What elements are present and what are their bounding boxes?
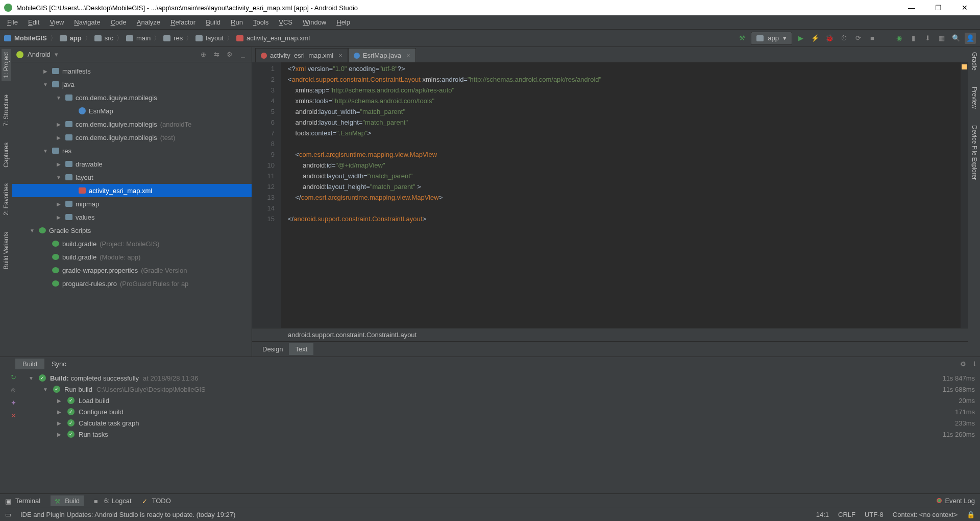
stop-icon[interactable]: ■ — [867, 33, 878, 44]
right-tab-gradle[interactable]: Gradle — [970, 49, 979, 74]
editor-tab[interactable]: EsriMap.java× — [348, 48, 416, 62]
error-stripe[interactable] — [961, 62, 968, 328]
tab-sync[interactable]: Sync — [44, 359, 74, 369]
left-tab-1--project[interactable]: 1: Project — [2, 49, 11, 81]
profiler-icon[interactable]: ⏱ — [838, 33, 849, 44]
tree-node[interactable]: proguard-rules.pro (ProGuard Rules for a… — [12, 277, 252, 290]
tree-node[interactable]: ▶drawable — [12, 157, 252, 171]
right-tab-device-file-explorer[interactable]: Device File Explorer — [970, 122, 979, 183]
breadcrumb-item[interactable]: MobileGIS — [14, 34, 47, 42]
tree-node[interactable]: ▼Gradle Scripts — [12, 224, 252, 237]
tree-node[interactable]: activity_esri_map.xml — [12, 184, 252, 197]
gear-icon[interactable]: ⚙ — [958, 358, 969, 369]
lock-icon[interactable]: 🔒 — [967, 511, 975, 518]
code-editor[interactable]: 123456789101112131415 <?xml version="1.0… — [252, 62, 968, 328]
tab-build[interactable]: Build — [15, 359, 44, 369]
make-project-icon[interactable]: ⚒ — [737, 33, 748, 44]
tree-node[interactable]: ▼com.demo.liguiye.mobilegis — [12, 91, 252, 104]
menu-tools[interactable]: Tools — [249, 17, 273, 27]
chevron-down-icon[interactable]: ▾ — [55, 51, 58, 58]
filter-icon[interactable]: ⎋ — [11, 386, 15, 394]
tab-design[interactable]: Design — [256, 343, 289, 355]
file-encoding[interactable]: UTF-8 — [865, 511, 884, 518]
left-tab-7--structure[interactable]: 7: Structure — [2, 91, 11, 129]
rerun-icon[interactable]: ↻ — [11, 373, 16, 381]
tree-node[interactable]: ▶mipmap — [12, 197, 252, 210]
breadcrumb[interactable]: MobileGIS〉app〉src〉main〉res〉layout〉activi… — [4, 34, 310, 43]
breadcrumb-item[interactable]: layout — [206, 34, 224, 42]
event-log-button[interactable]: Event Log — [937, 497, 975, 505]
close-tab-icon[interactable]: × — [406, 52, 410, 59]
breadcrumb-item[interactable]: main — [136, 34, 151, 42]
tree-node[interactable]: EsriMap — [12, 104, 252, 117]
menu-vcs[interactable]: VCS — [275, 17, 297, 27]
layout-inspector-icon[interactable]: ▦ — [936, 33, 947, 44]
left-tab-build-variants[interactable]: Build Variants — [2, 229, 11, 272]
build-row[interactable]: ▶✓Load build20ms — [29, 395, 975, 406]
menu-build[interactable]: Build — [202, 17, 225, 27]
build-row[interactable]: ▼✓Run build C:\Users\LiGuiye\Desktop\Mob… — [29, 384, 975, 395]
tab-terminal[interactable]: ▣Terminal — [5, 497, 40, 505]
hide-icon[interactable]: ⎯ — [238, 51, 248, 58]
project-view-mode[interactable]: Android — [28, 51, 51, 58]
build-row[interactable]: ▶✓Calculate task graph233ms — [29, 417, 975, 429]
tree-node[interactable]: build.gradle (Module: app) — [12, 250, 252, 264]
search-icon[interactable]: 🔍 — [950, 33, 962, 44]
tab-todo[interactable]: ✓TODO — [142, 497, 171, 505]
menu-help[interactable]: Help — [332, 17, 354, 27]
gear-icon[interactable]: ⚙ — [225, 51, 234, 58]
menu-window[interactable]: Window — [299, 17, 330, 27]
menu-refactor[interactable]: Refactor — [166, 17, 200, 27]
right-tab-preview[interactable]: Preview — [970, 84, 979, 112]
editor-tab[interactable]: activity_esri_map.xml× — [255, 48, 348, 62]
stop-icon[interactable]: ✕ — [11, 412, 16, 419]
run-button-icon[interactable]: ▶ — [795, 33, 806, 44]
breadcrumb-item[interactable]: src — [105, 34, 113, 42]
breadcrumb-item[interactable]: app — [70, 34, 82, 42]
menu-analyze[interactable]: Analyze — [133, 17, 164, 27]
build-row[interactable]: ▶✓Configure build171ms — [29, 406, 975, 417]
tree-node[interactable]: ▼res — [12, 144, 252, 157]
breadcrumb-item[interactable]: res — [174, 34, 183, 42]
toggle-icon[interactable]: ✦ — [11, 399, 16, 407]
breadcrumb-item[interactable]: activity_esri_map.xml — [247, 34, 310, 42]
download-icon[interactable]: ⤓ — [969, 358, 980, 369]
menu-navigate[interactable]: Navigate — [70, 17, 104, 27]
menu-file[interactable]: File — [3, 17, 22, 27]
build-tree[interactable]: ▼✓Build: completed successfully at 2018/… — [27, 370, 980, 493]
tree-node[interactable]: ▶com.demo.liguiye.mobilegis (test) — [12, 131, 252, 144]
avd-manager-icon[interactable]: ▮ — [908, 33, 919, 44]
run-config-selector[interactable]: app ▾ — [751, 32, 792, 45]
build-row[interactable]: ▼✓Build: completed successfully at 2018/… — [29, 372, 975, 384]
project-tree[interactable]: ▶manifests▼java▼com.demo.liguiye.mobileg… — [12, 62, 252, 357]
sync-gradle-icon[interactable]: ◉ — [893, 33, 904, 44]
tree-node[interactable]: ▼java — [12, 78, 252, 91]
caret-position[interactable]: 14:1 — [816, 511, 829, 518]
code-source[interactable]: <?xml version="1.0" encoding="utf-8"?> <… — [281, 62, 961, 328]
tree-node[interactable]: ▶values — [12, 210, 252, 224]
tree-node[interactable]: ▶com.demo.liguiye.mobilegis (androidTe — [12, 117, 252, 131]
sdk-manager-icon[interactable]: ⬇ — [922, 33, 933, 44]
tree-node[interactable]: build.gradle (Project: MobileGIS) — [12, 237, 252, 250]
line-separator[interactable]: CRLF — [838, 511, 855, 518]
debug-button-icon[interactable]: 🐞 — [824, 33, 835, 44]
close-button[interactable]: ✕ — [953, 4, 976, 12]
target-icon[interactable]: ⊕ — [199, 51, 208, 58]
tab-text[interactable]: Text — [289, 343, 313, 355]
tab-build[interactable]: ⚒Build — [51, 495, 84, 506]
tree-node[interactable]: ▼layout — [12, 171, 252, 184]
menu-code[interactable]: Code — [107, 17, 131, 27]
maximize-button[interactable]: ☐ — [927, 4, 949, 12]
menu-view[interactable]: View — [45, 17, 68, 27]
status-icon[interactable]: ▭ — [5, 511, 11, 518]
close-tab-icon[interactable]: × — [338, 52, 342, 59]
left-tab-2--favorites[interactable]: 2: Favorites — [2, 180, 11, 219]
editor-breadcrumb[interactable]: android.support.constraint.ConstraintLay… — [252, 328, 968, 341]
menu-edit[interactable]: Edit — [24, 17, 43, 27]
tree-node[interactable]: ▶manifests — [12, 64, 252, 78]
attach-debugger-icon[interactable]: ⟳ — [852, 33, 864, 44]
user-icon[interactable]: 👤 — [965, 33, 976, 44]
tab-logcat[interactable]: ≡6: Logcat — [94, 497, 132, 505]
context-indicator[interactable]: Context: <no context> — [893, 511, 958, 518]
collapse-icon[interactable]: ⇆ — [212, 51, 221, 58]
